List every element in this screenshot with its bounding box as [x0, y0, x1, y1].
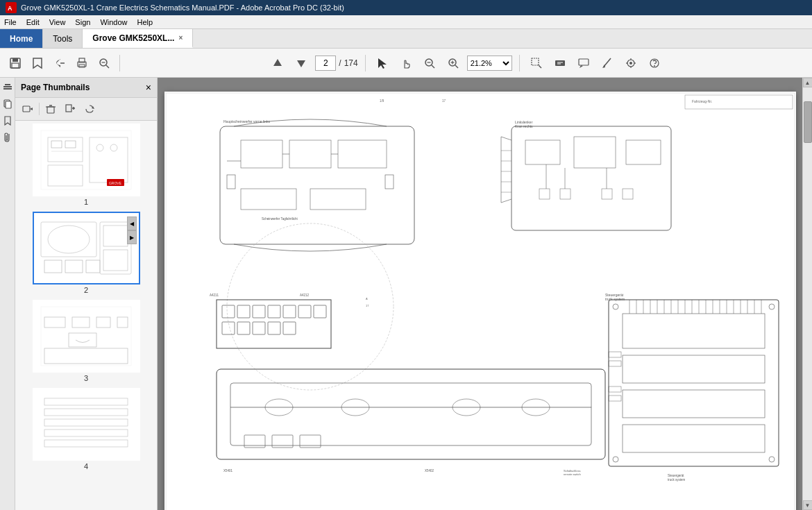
sidebar-panel: Page Thumbnails × [15, 78, 158, 510]
thumb-num-4: 4 [84, 462, 88, 470]
thumb-image-1: GROVE [33, 124, 140, 196]
page-number-input[interactable] [315, 56, 336, 71]
svg-rect-47 [47, 107, 54, 113]
nav-down-button[interactable] [291, 53, 311, 73]
save-button[interactable] [6, 53, 25, 73]
tab-home[interactable]: Home [0, 29, 43, 48]
svg-rect-75 [37, 303, 135, 369]
svg-text:X5402: X5402 [425, 469, 434, 473]
menu-file[interactable]: File [4, 18, 17, 26]
thumb-image-3 [33, 300, 140, 373]
separator-3 [519, 55, 520, 71]
thumbnail-1[interactable]: GROVE 1 [18, 124, 154, 206]
svg-marker-13 [297, 60, 305, 67]
insert-page-button[interactable] [62, 101, 78, 117]
svg-rect-3 [12, 58, 18, 62]
zoom-in-toolbar-button[interactable] [94, 53, 114, 73]
pdf-content-area[interactable]: Fahrzeug-Nr. [158, 78, 802, 510]
thumbnail-4[interactable]: 4 [18, 388, 154, 470]
sidebar-tools [15, 98, 157, 121]
schematic-drawing: Fahrzeug-Nr. [164, 92, 796, 510]
sidebar-scroll-left[interactable]: ◀ [127, 216, 137, 230]
comment-button[interactable] [574, 53, 593, 73]
svg-rect-50 [66, 105, 71, 112]
draw-button[interactable] [598, 53, 617, 73]
tab-close-button[interactable]: × [178, 34, 183, 42]
menu-edit[interactable]: Edit [26, 18, 40, 26]
svg-text:17: 17 [442, 99, 446, 103]
separator-2 [365, 55, 366, 71]
nav-up-button[interactable] [268, 53, 287, 73]
page-total: 174 [344, 58, 358, 68]
scroll-thumb[interactable] [804, 101, 812, 143]
main-area: Page Thumbnails × [0, 78, 812, 510]
menu-view[interactable]: View [49, 18, 66, 26]
svg-text:17: 17 [366, 304, 369, 307]
zoom-out-button[interactable] [420, 53, 439, 73]
tab-tools[interactable]: Tools [43, 29, 83, 48]
vertical-scrollbar[interactable]: ▲ ▼ [802, 78, 812, 510]
scroll-up-arrow[interactable]: ▲ [803, 78, 813, 87]
menu-window[interactable]: Window [100, 18, 127, 26]
svg-text:A4211: A4211 [210, 294, 219, 297]
pdf-page: Fahrzeug-Nr. [164, 92, 796, 510]
svg-text:truck system: truck system [668, 478, 686, 482]
svg-rect-40 [3, 88, 12, 90]
attachment-icon-btn[interactable] [1, 130, 15, 144]
svg-rect-89 [164, 92, 796, 510]
svg-text:truck system: truck system [605, 297, 625, 301]
svg-text:A: A [8, 5, 12, 12]
sep [39, 103, 40, 115]
thumb-num-1: 1 [84, 198, 88, 206]
thumb-image-4 [33, 388, 140, 461]
layers-icon-btn[interactable] [1, 80, 15, 94]
print-button[interactable] [72, 53, 92, 73]
zoom-in-button[interactable] [443, 53, 463, 73]
thumb-image-2 [33, 212, 140, 284]
thumbnails-panel[interactable]: GROVE 1 [15, 121, 157, 510]
sidebar-options-button[interactable] [19, 101, 36, 117]
marquee-zoom-button[interactable] [527, 53, 546, 73]
svg-rect-43 [6, 101, 11, 108]
more-tools-button[interactable] [645, 53, 664, 73]
redact-button[interactable] [550, 53, 570, 73]
rotate-button[interactable] [81, 101, 98, 117]
page-nav: / 174 [315, 56, 357, 71]
svg-text:1/9: 1/9 [380, 99, 384, 103]
pages-icon-btn[interactable] [1, 97, 15, 111]
svg-text:GROVE: GROVE [109, 181, 122, 185]
sidebar-icon-strip [0, 78, 15, 510]
svg-rect-39 [3, 86, 12, 87]
svg-rect-83 [37, 391, 135, 457]
svg-rect-22 [532, 58, 539, 65]
svg-line-29 [604, 58, 611, 67]
toolbar: / 174 21.2% 25% 50% 75% 100% 125% 150% [0, 49, 812, 78]
menu-help[interactable]: Help [137, 18, 153, 26]
svg-text:remote switch: remote switch [564, 473, 581, 476]
menu-sign[interactable]: Sign [75, 18, 90, 26]
select-tool-button[interactable] [373, 53, 392, 73]
stamp-button[interactable] [621, 53, 641, 73]
tab-document[interactable]: Grove GMK5250XL... × [83, 29, 193, 48]
svg-text:Scheinwerfer Tagfahrtlicht: Scheinwerfer Tagfahrtlicht [262, 217, 298, 221]
bookmark-button[interactable] [28, 53, 47, 73]
scroll-track[interactable] [803, 87, 812, 500]
toolbar-center: / 174 21.2% 25% 50% 75% 100% 125% 150% [126, 53, 806, 73]
hand-tool-button[interactable] [396, 53, 416, 73]
thumb-num-3: 3 [84, 374, 88, 382]
zoom-select[interactable]: 21.2% 25% 50% 75% 100% 125% 150% [467, 56, 512, 71]
thumb-num-2: 2 [84, 286, 88, 294]
tab-bar: Home Tools Grove GMK5250XL... × [0, 29, 812, 49]
bookmark-icon-btn[interactable] [1, 114, 15, 128]
svg-rect-45 [23, 106, 30, 112]
svg-line-10 [106, 65, 109, 68]
back-button[interactable] [50, 53, 69, 73]
menu-bar: File Edit View Sign Window Help [0, 15, 812, 29]
thumbnail-3[interactable]: 3 [18, 300, 154, 382]
sidebar-scroll-right[interactable]: ▶ [127, 230, 137, 244]
sidebar-title: Page Thumbnails [21, 83, 90, 92]
delete-thumb-button[interactable] [42, 101, 59, 117]
scroll-down-arrow[interactable]: ▼ [803, 500, 813, 510]
sidebar-close-button[interactable]: × [146, 82, 151, 93]
svg-line-23 [539, 65, 541, 68]
